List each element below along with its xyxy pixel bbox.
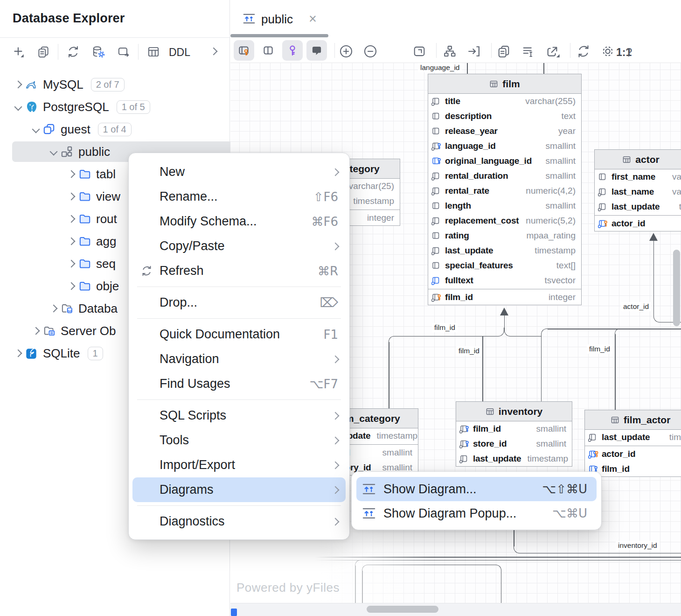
column-name: last_name bbox=[612, 187, 654, 197]
submenu-chevron-icon bbox=[333, 462, 338, 468]
menu-item-navigation[interactable]: Navigation bbox=[132, 347, 346, 371]
show-key-columns-toggle[interactable] bbox=[234, 40, 254, 61]
column-name: description bbox=[445, 111, 492, 121]
zoom-out-button[interactable] bbox=[363, 44, 378, 59]
menu-item-label: Modify Schema... bbox=[160, 214, 257, 229]
table-header: film bbox=[428, 74, 581, 94]
menu-item-label: Import/Export bbox=[160, 458, 235, 472]
data-source-properties-button[interactable] bbox=[91, 45, 105, 59]
column-name: rating bbox=[445, 231, 469, 241]
edge-elbow bbox=[389, 336, 396, 343]
submenu-chevron-icon bbox=[333, 438, 338, 443]
menu-item-sql-scripts[interactable]: SQL Scripts bbox=[132, 403, 346, 428]
folderserver-icon bbox=[42, 324, 61, 338]
menu-item-rename[interactable]: Rename...⇧F6 bbox=[132, 184, 346, 209]
diagram-icon bbox=[362, 507, 383, 519]
table-column-row: actor_id bbox=[595, 216, 681, 231]
table-view-button[interactable] bbox=[146, 45, 160, 59]
menu-item-show-diagram-popup[interactable]: Show Diagram Popup...⌥⌘U bbox=[356, 501, 597, 525]
chevron-down-icon[interactable] bbox=[12, 104, 24, 110]
add-data-source-button[interactable] bbox=[12, 45, 26, 59]
menu-item-drop[interactable]: Drop...⌦ bbox=[132, 290, 346, 315]
menu-item-show-diagram[interactable]: Show Diagram...⌥⇧⌘U bbox=[356, 477, 597, 501]
chevron-right-icon[interactable] bbox=[30, 328, 42, 334]
help-button[interactable]: ? bbox=[625, 45, 632, 60]
menu-item-find-usages[interactable]: Find Usages⌥F7 bbox=[132, 371, 346, 396]
horizontal-scrollbar-track[interactable] bbox=[230, 603, 681, 616]
column-name: replacement_cost bbox=[445, 216, 519, 226]
tab-close-icon[interactable]: × bbox=[309, 11, 317, 27]
fit-content-button[interactable] bbox=[412, 44, 427, 59]
diagram-table-film_actor[interactable]: film_actorlast_updatetimactor_idfilm_id bbox=[584, 410, 681, 477]
refresh-diagram-button[interactable] bbox=[576, 44, 591, 59]
menu-item-label: Tools bbox=[160, 433, 189, 448]
menu-item-diagnostics[interactable]: Diagnostics bbox=[132, 509, 346, 534]
submenu-chevron-icon bbox=[333, 357, 338, 362]
zoom-in-button[interactable] bbox=[339, 44, 354, 59]
chevron-right-icon[interactable] bbox=[65, 238, 77, 244]
table-header: film_actor bbox=[585, 410, 681, 430]
folder-icon bbox=[77, 212, 96, 226]
toolbar-expand-chevron[interactable] bbox=[210, 48, 218, 56]
show-comments-toggle[interactable] bbox=[306, 40, 327, 61]
chevron-down-icon[interactable] bbox=[48, 149, 60, 154]
chevron-right-icon[interactable] bbox=[65, 171, 77, 177]
vertical-scrollbar-thumb[interactable] bbox=[673, 250, 680, 326]
toolbar-separator bbox=[334, 43, 335, 58]
show-key-details-toggle[interactable] bbox=[282, 40, 303, 61]
menu-item-copy-paste[interactable]: Copy/Paste bbox=[132, 234, 346, 259]
table-column-row: last_updatetimestamp bbox=[428, 243, 581, 258]
tree-item-label: agg bbox=[96, 234, 116, 249]
tree-item-mysql[interactable]: MySQL2 of 7 bbox=[0, 74, 242, 95]
export-diagram-button[interactable] bbox=[545, 44, 561, 59]
menu-item-modify-schema[interactable]: Modify Schema...⌘F6 bbox=[132, 209, 346, 234]
diagram-table-film[interactable]: filmtitlevarchar(255)descriptiontextrele… bbox=[428, 74, 582, 305]
chevron-right-icon[interactable] bbox=[65, 194, 77, 199]
settings-gear-icon[interactable] bbox=[600, 44, 615, 59]
table-column-row: last_updatetimestamp bbox=[456, 451, 572, 466]
horizontal-scrollbar-thumb[interactable] bbox=[367, 606, 438, 613]
menu-item-diagrams[interactable]: Diagrams bbox=[132, 477, 346, 502]
column-type: timestamp bbox=[374, 431, 417, 441]
chevron-right-icon[interactable] bbox=[48, 306, 60, 311]
edge-bottom-v2 bbox=[362, 571, 363, 603]
menu-item-quick-documentation[interactable]: Quick DocumentationF1 bbox=[132, 322, 346, 347]
show-columns-toggle[interactable] bbox=[258, 40, 278, 61]
menu-item-refresh[interactable]: Refresh⌘R bbox=[132, 259, 346, 283]
layout-button[interactable] bbox=[442, 44, 457, 59]
diagram-table-inventory[interactable]: inventoryfilm_idsmallintstore_idsmallint… bbox=[456, 401, 572, 467]
column-type: smallint bbox=[534, 424, 566, 434]
chevron-down-icon[interactable] bbox=[30, 126, 42, 132]
column-type: mpaa_rating bbox=[523, 231, 576, 241]
toolbar-separator bbox=[436, 43, 437, 58]
submenu-chevron-icon bbox=[333, 244, 338, 249]
schema-icon bbox=[60, 145, 78, 159]
menu-item-tools[interactable]: Tools bbox=[132, 428, 346, 453]
menu-item-import-export[interactable]: Import/Export bbox=[132, 453, 346, 477]
chevron-right-icon[interactable] bbox=[65, 283, 77, 289]
column-type: varchar(255) bbox=[522, 96, 576, 106]
duplicate-button[interactable] bbox=[36, 45, 50, 59]
diagram-table-actor[interactable]: actorfirst_namevalast_namevalast_updatet… bbox=[594, 149, 681, 231]
chevron-right-icon[interactable] bbox=[65, 216, 77, 222]
detach-console-button[interactable] bbox=[117, 45, 131, 59]
scroll-to-selection-button[interactable] bbox=[466, 44, 481, 59]
tree-item-postgresql[interactable]: PostgreSQL1 of 5 bbox=[0, 96, 242, 118]
tab-public[interactable]: public × bbox=[230, 0, 329, 38]
chevron-right-icon[interactable] bbox=[12, 350, 24, 356]
edge-elbow bbox=[615, 329, 621, 335]
delete-icon: ⌦ bbox=[320, 295, 338, 310]
copy-diagram-button[interactable] bbox=[496, 44, 511, 59]
menu-item-new[interactable]: New bbox=[132, 160, 346, 184]
chevron-right-icon[interactable] bbox=[12, 82, 24, 87]
column-name: rental_rate bbox=[445, 186, 489, 196]
tree-item-guest[interactable]: guest1 of 4 bbox=[0, 119, 260, 140]
ddl-view-button[interactable]: DDL bbox=[169, 46, 190, 59]
chevron-right-icon[interactable] bbox=[65, 261, 77, 266]
edit-properties-button[interactable] bbox=[521, 44, 536, 59]
refresh-button[interactable] bbox=[66, 45, 80, 59]
column-name: store_id bbox=[473, 439, 507, 449]
diagram-icon bbox=[362, 483, 383, 495]
menu-item-label: SQL Scripts bbox=[160, 408, 226, 423]
edge-language-id-1 bbox=[467, 63, 468, 74]
